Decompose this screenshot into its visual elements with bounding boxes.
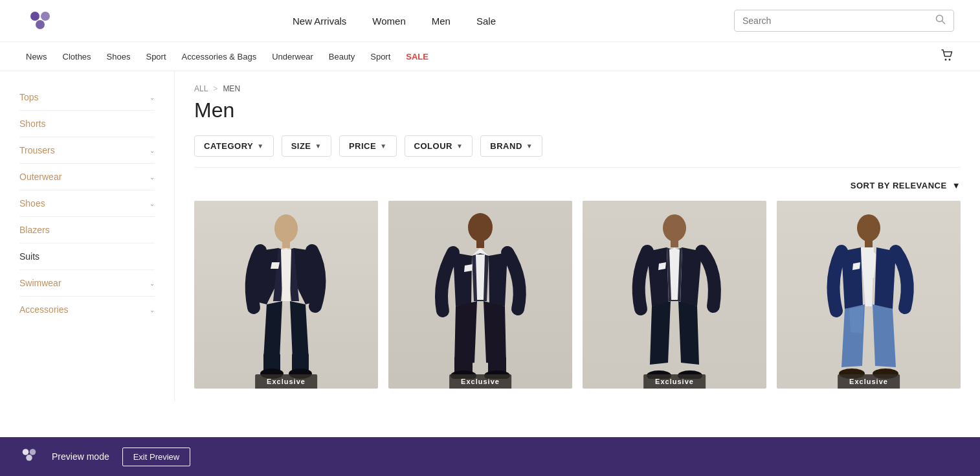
- filter-category-label: CATEGORY: [204, 141, 253, 151]
- cart-icon: [940, 48, 954, 62]
- svg-marker-19: [290, 301, 309, 359]
- search-box: [734, 10, 954, 32]
- logo: [26, 6, 54, 36]
- top-nav: New Arrivals Women Men Sale: [0, 0, 980, 42]
- sec-nav-sport1[interactable]: Sport: [146, 52, 166, 62]
- svg-marker-34: [454, 301, 477, 365]
- sidebar-item-tops[interactable]: Tops ⌄: [19, 84, 155, 111]
- breadcrumb-current: MEN: [223, 84, 240, 93]
- svg-marker-64: [873, 304, 896, 367]
- filters-row: CATEGORY ▼ SIZE ▼ PRICE ▼ COLOUR ▼ BRAND…: [194, 135, 961, 168]
- sidebar-item-shorts[interactable]: Shorts: [19, 111, 155, 137]
- chevron-icon-accessories: ⌄: [150, 306, 155, 313]
- sidebar-label-suits: Suits: [19, 251, 39, 262]
- sidebar-label-outerwear: Outerwear: [19, 172, 61, 182]
- breadcrumb-all[interactable]: ALL: [194, 84, 208, 93]
- sidebar-item-trousers[interactable]: Trousers ⌄: [19, 137, 155, 164]
- chevron-icon-swimwear: ⌄: [150, 280, 155, 287]
- product-figure-3: [623, 210, 726, 379]
- svg-marker-32: [476, 255, 485, 300]
- sidebar: Tops ⌄ Shorts Trousers ⌄ Outerwear ⌄ Sho…: [0, 71, 175, 402]
- svg-line-4: [942, 21, 945, 24]
- sort-button[interactable]: SORT BY RELEVANCE ▼: [851, 181, 961, 190]
- svg-rect-55: [865, 239, 873, 247]
- chevron-down-icon-size: ▼: [315, 142, 322, 150]
- svg-point-1: [41, 12, 50, 21]
- chevron-icon-tops: ⌄: [150, 94, 155, 101]
- sidebar-label-trousers: Trousers: [19, 145, 55, 155]
- sec-nav-beauty[interactable]: Beauty: [329, 52, 355, 62]
- sec-nav-news[interactable]: News: [26, 52, 47, 62]
- product-card-4[interactable]: Exclusive: [777, 201, 961, 389]
- svg-point-2: [36, 20, 45, 29]
- nav-sale[interactable]: Sale: [476, 16, 496, 27]
- product-figure-1: [234, 210, 338, 379]
- product-card-1[interactable]: Exclusive: [194, 201, 378, 389]
- cart-icon-wrapper[interactable]: [940, 48, 954, 65]
- sidebar-item-swimwear[interactable]: Swimwear ⌄: [19, 270, 155, 297]
- filter-size[interactable]: SIZE ▼: [282, 135, 331, 157]
- svg-marker-61: [861, 247, 874, 306]
- sidebar-item-blazers[interactable]: Blazers: [19, 217, 155, 244]
- page-title: Men: [194, 98, 961, 122]
- product-image-1: [194, 201, 378, 389]
- product-card-2[interactable]: Exclusive: [388, 201, 572, 389]
- filter-colour[interactable]: COLOUR ▼: [405, 135, 473, 157]
- breadcrumb: ALL > MEN: [194, 84, 961, 93]
- svg-point-5: [945, 58, 947, 60]
- sec-nav-shoes[interactable]: Shoes: [107, 52, 131, 62]
- sidebar-item-shoes[interactable]: Shoes ⌄: [19, 190, 155, 217]
- sec-nav-clothes[interactable]: Clothes: [63, 52, 91, 62]
- nav-women[interactable]: Women: [372, 16, 405, 27]
- filter-price[interactable]: PRICE ▼: [339, 135, 397, 157]
- sec-nav-sport2[interactable]: Sport: [370, 52, 390, 62]
- product-image-4: [777, 201, 961, 389]
- svg-marker-16: [281, 249, 291, 301]
- svg-point-0: [30, 12, 39, 21]
- product-image-2: [388, 201, 572, 389]
- svg-marker-51: [678, 301, 699, 365]
- exclusive-badge-1: Exclusive: [255, 374, 317, 389]
- svg-marker-50: [650, 301, 671, 365]
- chevron-icon-outerwear: ⌄: [150, 174, 155, 181]
- filter-colour-label: COLOUR: [414, 141, 452, 151]
- chevron-icon-trousers: ⌄: [150, 147, 155, 154]
- sec-nav-underwear[interactable]: Underwear: [272, 52, 313, 62]
- chevron-icon-shoes: ⌄: [150, 200, 155, 207]
- svg-marker-17: [271, 262, 280, 269]
- product-card-3[interactable]: Exclusive: [583, 201, 766, 389]
- nav-new-arrivals[interactable]: New Arrivals: [293, 16, 346, 27]
- chevron-down-icon-brand: ▼: [526, 142, 533, 150]
- svg-point-54: [857, 214, 880, 242]
- sort-row: SORT BY RELEVANCE ▼: [194, 181, 961, 190]
- search-button[interactable]: [935, 14, 946, 27]
- exclusive-badge-3: Exclusive: [643, 374, 706, 389]
- sidebar-label-tops: Tops: [19, 92, 39, 102]
- secondary-nav: News Clothes Shoes Sport Accessories & B…: [0, 42, 980, 71]
- product-image-3: [583, 201, 766, 389]
- sec-nav-acc-bags[interactable]: Accessories & Bags: [182, 52, 257, 62]
- main-navigation: New Arrivals Women Men Sale: [293, 16, 496, 27]
- sidebar-label-accessories: Accessories: [19, 304, 68, 315]
- chevron-down-icon-category: ▼: [257, 142, 263, 150]
- product-figure-2: [429, 210, 532, 379]
- search-input[interactable]: [742, 16, 930, 26]
- chevron-down-icon-sort: ▼: [952, 181, 961, 190]
- search-icon: [935, 14, 946, 25]
- nav-men[interactable]: Men: [432, 16, 451, 27]
- chevron-down-icon-price: ▼: [380, 142, 386, 150]
- svg-marker-18: [263, 301, 282, 359]
- filter-category[interactable]: CATEGORY ▼: [194, 135, 274, 157]
- sidebar-item-suits[interactable]: Suits: [19, 244, 155, 270]
- filter-brand[interactable]: BRAND ▼: [480, 135, 542, 157]
- filter-brand-label: BRAND: [490, 141, 522, 151]
- products-grid: Exclusive: [194, 201, 961, 389]
- svg-point-24: [468, 213, 493, 242]
- svg-marker-65: [849, 306, 863, 334]
- sec-nav-sale[interactable]: SALE: [406, 52, 429, 62]
- sidebar-label-blazers: Blazers: [19, 225, 50, 235]
- sidebar-item-accessories[interactable]: Accessories ⌄: [19, 297, 155, 323]
- sidebar-item-outerwear[interactable]: Outerwear ⌄: [19, 164, 155, 190]
- sidebar-label-swimwear: Swimwear: [19, 278, 61, 288]
- sort-label: SORT BY RELEVANCE: [851, 181, 947, 190]
